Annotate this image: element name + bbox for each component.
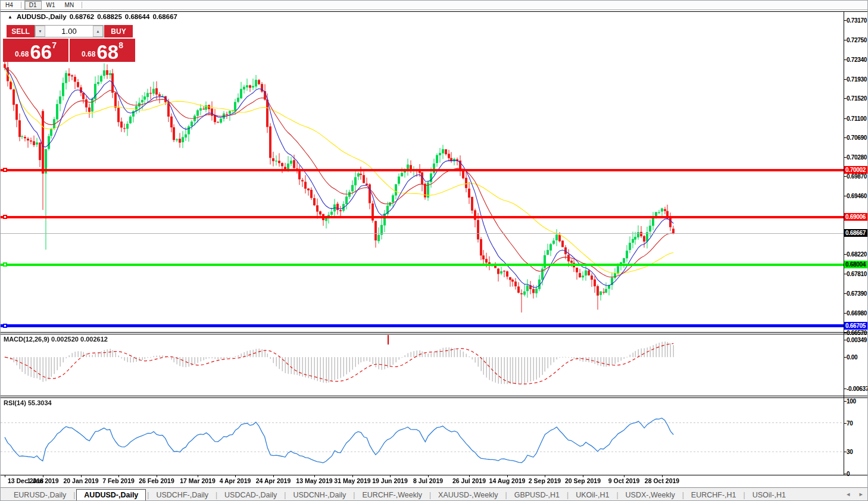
macd-pane-canvas[interactable] xyxy=(1,334,844,396)
price-axis-label: 0.68220 xyxy=(847,251,868,258)
volume-decrease-button[interactable]: ▼ xyxy=(35,26,45,37)
pane-separator xyxy=(1,396,868,396)
tab-ukoil-h1[interactable]: UKOil-,H1 xyxy=(569,490,616,500)
tab-gbpusd-h1[interactable]: GBPUSD-,H1 xyxy=(507,490,567,500)
pane-separator xyxy=(1,475,868,475)
buy-quote-button[interactable]: 0.68 68 8 xyxy=(70,39,135,62)
timeframe-toolbar: H4D1W1MN xyxy=(1,1,868,10)
tab-usdcnh-daily[interactable]: USDCNH-,Daily xyxy=(286,490,353,500)
hline-price-flag: 0.69006 xyxy=(844,213,868,221)
tab-usdcad-daily[interactable]: USDCAD-,Daily xyxy=(217,490,284,500)
volume-stepper: ▼ 1.00 ▲ xyxy=(35,25,104,37)
pane-separator xyxy=(1,332,868,333)
ohlc-low: 0.68644 xyxy=(125,13,150,20)
macd-indicator-label: MACD(12,26,9) 0.002520 0.002612 xyxy=(4,336,108,343)
toolbar-separator xyxy=(21,2,21,8)
rsi-axis-label: 70 xyxy=(847,420,868,427)
pane-separator xyxy=(1,334,868,334)
symbol-label: AUDUSD-,Daily xyxy=(17,13,67,20)
macd-axis-label: -0.00637 xyxy=(847,386,868,392)
ohlc-close: 0.68667 xyxy=(152,13,177,20)
buy-price-big: 68 xyxy=(96,43,118,61)
tab-eurchf-weekly[interactable]: EURCHF-,Weekly xyxy=(355,490,429,500)
price-axis-label: 0.72340 xyxy=(847,57,868,63)
price-axis-label: 0.69870 xyxy=(847,173,868,180)
sell-price-big: 66 xyxy=(30,43,52,61)
price-axis-label: 0.70280 xyxy=(847,154,868,161)
sell-price-prefix: 0.68 xyxy=(15,50,29,58)
rsi-indicator-label: RSI(14) 55.3034 xyxy=(4,399,52,406)
toolbar-separator xyxy=(82,2,82,8)
mt4-window: H4D1W1MN ▲ AUDUSD-,Daily 0.68762 0.68825… xyxy=(0,0,868,501)
buy-button[interactable]: BUY xyxy=(104,25,133,37)
date-axis-label: 24 Apr 2019 xyxy=(249,477,297,484)
hline-price-flag: 0.70002 xyxy=(844,166,868,174)
price-axis-border xyxy=(844,11,844,475)
rsi-axis-label: 30 xyxy=(847,449,868,455)
timeframe-button-h4[interactable]: H4 xyxy=(1,1,18,10)
chart-title: ▲ AUDUSD-,Daily 0.68762 0.68825 0.68644 … xyxy=(8,13,177,20)
hline-price-flag: 0.68004 xyxy=(844,261,868,268)
price-axis-label: 0.66980 xyxy=(847,310,868,317)
date-axis-label: 20 Sep 2019 xyxy=(559,477,607,484)
sell-price-pip: 7 xyxy=(52,40,57,50)
date-axis-label: 28 Oct 2019 xyxy=(638,477,686,484)
tab-usoil-h1[interactable]: USOil-,H1 xyxy=(745,490,793,500)
timeframe-button-mn[interactable]: MN xyxy=(60,1,79,10)
ohlc-high: 0.68825 xyxy=(97,13,122,20)
chart-tab-bar: EURUSD-,Daily|AUDUSD-,Daily|USDCHF-,Dail… xyxy=(1,487,868,501)
collapse-panel-icon[interactable]: ▲ xyxy=(8,14,13,20)
buy-price-prefix: 0.68 xyxy=(82,50,95,58)
tab-audusd-daily[interactable]: AUDUSD-,Daily xyxy=(76,489,146,501)
price-axis-label: 0.67390 xyxy=(847,290,868,297)
rsi-pane-canvas[interactable] xyxy=(1,398,844,474)
tab-eurusd-daily[interactable]: EURUSD-,Daily xyxy=(7,490,73,500)
price-axis-label: 0.67810 xyxy=(847,271,868,277)
hline-price-flag: 0.66705 xyxy=(844,322,868,330)
current-price-flag: 0.68667 xyxy=(844,229,868,237)
macd-axis-label: 0.00 xyxy=(847,354,868,361)
price-axis-label: 0.71930 xyxy=(847,76,868,83)
tab-scroll-right-icon[interactable]: ▸ xyxy=(859,490,863,498)
tab-scroll-nav: ◂ ▸ xyxy=(847,490,863,498)
price-axis-label: 0.73170 xyxy=(847,17,868,24)
pane-separator xyxy=(1,397,868,398)
price-axis-label: 0.71100 xyxy=(847,115,868,122)
price-axis-label: 0.70690 xyxy=(847,134,868,141)
volume-increase-button[interactable]: ▲ xyxy=(93,26,103,37)
chevron-down-icon: ▼ xyxy=(38,29,42,33)
one-click-trading-panel: SELL ▼ 1.00 ▲ BUY 0.68 66 7 0.68 68 8 xyxy=(3,25,136,62)
tab-xauusd-weekly[interactable]: XAUUSD-,Weekly xyxy=(431,490,505,500)
tab-separator: | xyxy=(73,491,75,499)
chevron-up-icon: ▲ xyxy=(96,29,100,33)
ohlc-open: 0.68762 xyxy=(70,13,95,20)
price-axis-label: 0.69460 xyxy=(847,193,868,199)
macd-axis-label: 0.00349 xyxy=(847,337,868,343)
rsi-axis-label: 0 xyxy=(847,471,868,477)
price-axis-label: 0.72750 xyxy=(847,37,868,43)
date-axis-label: 26 Feb 2019 xyxy=(133,477,180,484)
buy-price-pip: 8 xyxy=(118,40,123,50)
volume-value[interactable]: 1.00 xyxy=(45,26,93,37)
tab-eurchf-h1[interactable]: EURCHF-,H1 xyxy=(684,490,744,500)
tab-usdchf-daily[interactable]: USDCHF-,Daily xyxy=(149,490,216,500)
date-axis-label: 8 Jul 2019 xyxy=(404,477,452,484)
tab-scroll-left-icon[interactable]: ◂ xyxy=(847,490,850,498)
price-axis-label: 0.71520 xyxy=(847,95,868,102)
sell-quote-button[interactable]: 0.68 66 7 xyxy=(3,39,68,62)
rsi-axis-label: 100 xyxy=(847,398,868,405)
price-axis-label: 0.66570 xyxy=(847,330,868,336)
timeframe-button-w1[interactable]: W1 xyxy=(42,1,60,10)
tab-usdx-weekly[interactable]: USDX-,Weekly xyxy=(619,490,682,500)
sell-button[interactable]: SELL xyxy=(7,25,35,37)
timeframe-button-d1[interactable]: D1 xyxy=(24,1,42,10)
